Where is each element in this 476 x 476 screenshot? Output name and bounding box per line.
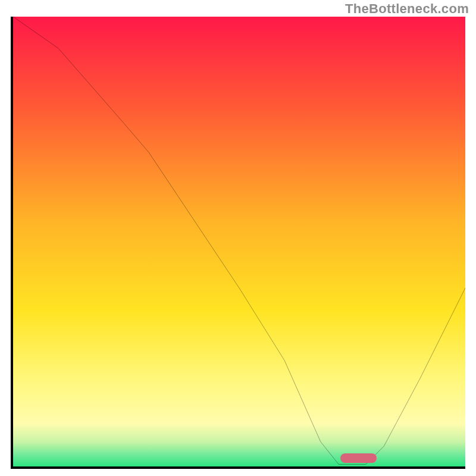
plot-area <box>11 17 465 469</box>
optimum-marker <box>340 453 377 463</box>
watermark-text: TheBottleneck.com <box>345 1 469 17</box>
chart-frame: TheBottleneck.com <box>0 0 476 476</box>
bottleneck-curve <box>13 17 465 469</box>
